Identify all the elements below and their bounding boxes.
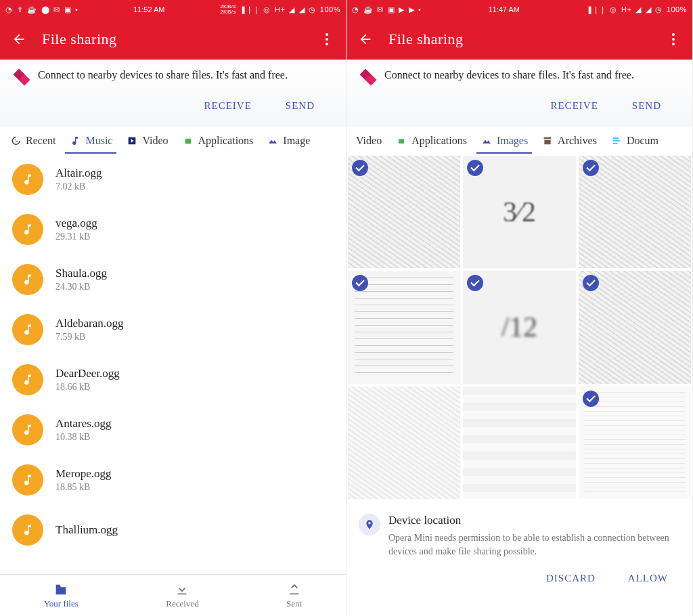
tab-video[interactable]: Video	[122, 132, 172, 154]
file-name: Aldebaran.ogg	[55, 317, 124, 330]
signal-icon: ◢	[289, 5, 295, 14]
music-file-icon	[12, 214, 43, 245]
right-pane: ◔ ☕ ✉ ▣ ▶ ▶ • 11:47 AM ❚❘❘ ◎ H+ ◢ ◢ ◷ 10…	[346, 0, 693, 616]
music-icon	[69, 135, 81, 147]
tab-applications[interactable]: Applications	[178, 132, 258, 154]
bottom-nav: Your files Received Sent	[0, 574, 346, 616]
cup-icon: ☕	[27, 5, 37, 14]
left-pane: ◔ ⇧ ☕ ⬤ ✉ ▣ • 11:52 AM 2KB/s 2KB/s ❚❘❘ ◎…	[0, 0, 346, 616]
tab-label: Applications	[198, 135, 254, 147]
vibrate-icon: ❚❘❘	[587, 5, 606, 14]
list-item[interactable]: Shaula.ogg24.30 kB	[0, 255, 346, 305]
list-item[interactable]: Thallium.ogg	[0, 505, 346, 546]
file-name: vega.ogg	[55, 217, 97, 230]
opera-icon: ◔	[5, 5, 13, 14]
send-button[interactable]: SEND	[632, 100, 661, 112]
overflow-menu[interactable]	[663, 28, 684, 50]
receive-button[interactable]: RECEIVE	[204, 100, 252, 112]
tab-images[interactable]: Images	[476, 132, 532, 154]
image-thumb[interactable]: /12	[463, 271, 575, 383]
dot-icon: •	[75, 5, 78, 14]
tab-archives[interactable]: Archives	[537, 132, 601, 154]
allow-button[interactable]: ALLOW	[628, 573, 668, 584]
signal-icon: ◢	[635, 5, 642, 14]
tab-applications[interactable]: Applications	[391, 132, 471, 154]
nav-sent[interactable]: Sent	[286, 582, 302, 609]
tab-label: Images	[497, 135, 528, 147]
music-file-icon	[12, 464, 43, 496]
image-thumb[interactable]	[348, 387, 460, 499]
image-thumb[interactable]	[579, 156, 691, 268]
selected-check-icon	[583, 160, 599, 176]
image-thumb[interactable]	[579, 387, 691, 499]
tab-video[interactable]: Video	[352, 132, 386, 154]
back-button[interactable]	[8, 28, 30, 50]
youtube-icon: ▶	[409, 5, 415, 14]
file-name: DearDeer.ogg	[55, 367, 120, 380]
image-thumb[interactable]	[579, 271, 691, 383]
status-bar: ◔ ☕ ✉ ▣ ▶ ▶ • 11:47 AM ❚❘❘ ◎ H+ ◢ ◢ ◷ 10…	[346, 0, 692, 19]
image-icon	[480, 135, 493, 147]
clock-icon	[9, 135, 22, 147]
image-thumb[interactable]: 3⁄2	[463, 156, 575, 268]
image-icon: ▣	[64, 5, 72, 14]
category-tabs: Video Applications Images Archives Docum	[346, 127, 692, 154]
tab-recent[interactable]: Recent	[5, 132, 60, 154]
music-file-icon	[12, 264, 43, 295]
send-button[interactable]: SEND	[286, 100, 315, 112]
dot-icon: •	[418, 5, 421, 14]
vibrate-icon: ❚❘❘	[240, 5, 260, 14]
mail-icon: ✉	[53, 5, 60, 14]
net-speed: 2KB/s 2KB/s	[220, 4, 236, 15]
nav-your-files[interactable]: Your files	[44, 582, 79, 609]
file-name: Altair.ogg	[55, 167, 102, 180]
image-thumb[interactable]	[463, 387, 575, 499]
file-size: 7.02 kB	[55, 181, 102, 192]
receive-button[interactable]: RECEIVE	[551, 100, 598, 112]
android-icon	[182, 135, 194, 147]
list-item[interactable]: vega.ogg29.31 kB	[0, 204, 346, 255]
file-name: Thallium.ogg	[55, 523, 118, 537]
image-thumb[interactable]	[348, 156, 460, 268]
tab-label: Docum	[627, 135, 658, 147]
back-button[interactable]	[355, 28, 376, 50]
video-icon	[126, 135, 138, 147]
music-file-icon	[12, 514, 43, 546]
clock-icon: ◷	[655, 5, 663, 14]
upload-icon	[287, 582, 302, 597]
clock: 11:52 AM	[133, 5, 164, 14]
tab-documents[interactable]: Docum	[606, 132, 663, 154]
signal-4g-icon: ◢	[299, 5, 305, 14]
nav-received[interactable]: Received	[166, 582, 198, 609]
youtube-icon: ▶	[399, 5, 405, 14]
banner-text: Connect to nearby devices to share files…	[38, 69, 288, 81]
image-thumb[interactable]	[348, 271, 460, 383]
permission-card: Device location Opera Mini needs permiss…	[346, 500, 692, 595]
share-icon	[357, 69, 376, 88]
image-grid: 3⁄2 /12	[346, 154, 692, 500]
music-file-icon	[12, 164, 43, 195]
list-item[interactable]: Antares.ogg10.38 kB	[0, 405, 346, 455]
file-name: Shaula.ogg	[55, 267, 107, 280]
discard-button[interactable]: DISCARD	[546, 573, 596, 584]
folder-icon	[53, 582, 68, 597]
permission-title: Device location	[388, 514, 680, 527]
list-item[interactable]: DearDeer.ogg18.66 kB	[0, 355, 346, 405]
network-h: H+	[275, 5, 285, 14]
battery-text: 100%	[320, 5, 340, 14]
category-tabs: Recent Music Video Applications Image	[0, 127, 346, 154]
file-name: Merope.ogg	[55, 467, 112, 481]
upload-icon: ⇧	[17, 5, 24, 14]
tab-music[interactable]: Music	[65, 132, 116, 154]
file-list[interactable]: Altair.ogg7.02 kB vega.ogg29.31 kB Shaul…	[0, 154, 346, 574]
network-h: H+	[621, 5, 631, 14]
list-item[interactable]: Aldebaran.ogg7.59 kB	[0, 305, 346, 355]
selected-check-icon	[467, 160, 483, 176]
cup-icon: ☕	[363, 5, 374, 14]
music-file-icon	[12, 314, 43, 345]
app-bar: File sharing	[0, 19, 346, 60]
overflow-menu[interactable]	[316, 28, 338, 50]
list-item[interactable]: Altair.ogg7.02 kB	[0, 154, 346, 204]
tab-images[interactable]: Image	[263, 132, 314, 154]
list-item[interactable]: Merope.ogg18.85 kB	[0, 455, 346, 505]
